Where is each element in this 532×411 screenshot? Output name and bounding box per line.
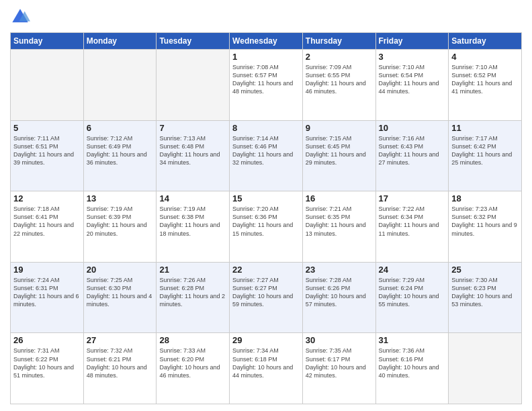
day-number: 7 bbox=[159, 123, 226, 133]
day-number: 14 bbox=[159, 193, 226, 203]
day-info: Sunrise: 7:29 AM Sunset: 6:24 PM Dayligh… bbox=[379, 276, 446, 309]
calendar-day: 17Sunrise: 7:22 AM Sunset: 6:34 PM Dayli… bbox=[375, 191, 449, 263]
day-number: 4 bbox=[451, 52, 519, 62]
day-info: Sunrise: 7:32 AM Sunset: 6:21 PM Dayligh… bbox=[87, 347, 154, 379]
day-number: 13 bbox=[87, 193, 154, 203]
day-info: Sunrise: 7:13 AM Sunset: 6:48 PM Dayligh… bbox=[159, 134, 226, 167]
calendar-day: 10Sunrise: 7:16 AM Sunset: 6:43 PM Dayli… bbox=[375, 120, 449, 191]
day-number: 18 bbox=[451, 193, 519, 203]
day-number: 28 bbox=[159, 335, 226, 345]
calendar-day: 15Sunrise: 7:20 AM Sunset: 6:36 PM Dayli… bbox=[230, 191, 303, 263]
weekday-header-tuesday: Tuesday bbox=[157, 33, 230, 50]
calendar-week-row: 19Sunrise: 7:24 AM Sunset: 6:31 PM Dayli… bbox=[11, 262, 522, 333]
day-info: Sunrise: 7:19 AM Sunset: 6:38 PM Dayligh… bbox=[159, 205, 226, 238]
day-number: 16 bbox=[306, 193, 373, 203]
calendar-day: 13Sunrise: 7:19 AM Sunset: 6:39 PM Dayli… bbox=[83, 191, 157, 263]
logo-icon bbox=[10, 7, 30, 27]
calendar-day: 27Sunrise: 7:32 AM Sunset: 6:21 PM Dayli… bbox=[83, 333, 157, 404]
calendar-day: 6Sunrise: 7:12 AM Sunset: 6:49 PM Daylig… bbox=[83, 120, 157, 191]
day-number: 20 bbox=[87, 265, 154, 275]
day-info: Sunrise: 7:21 AM Sunset: 6:35 PM Dayligh… bbox=[306, 205, 373, 238]
day-info: Sunrise: 7:18 AM Sunset: 6:41 PM Dayligh… bbox=[13, 205, 81, 238]
day-info: Sunrise: 7:30 AM Sunset: 6:23 PM Dayligh… bbox=[451, 276, 519, 309]
calendar-header: SundayMondayTuesdayWednesdayThursdayFrid… bbox=[11, 33, 522, 50]
calendar-week-row: 1Sunrise: 7:08 AM Sunset: 6:57 PM Daylig… bbox=[11, 50, 522, 121]
calendar-day: 25Sunrise: 7:30 AM Sunset: 6:23 PM Dayli… bbox=[449, 262, 522, 333]
day-number: 5 bbox=[13, 123, 81, 133]
calendar-day: 24Sunrise: 7:29 AM Sunset: 6:24 PM Dayli… bbox=[375, 262, 449, 333]
day-number: 6 bbox=[87, 123, 154, 133]
day-info: Sunrise: 7:22 AM Sunset: 6:34 PM Dayligh… bbox=[379, 205, 446, 238]
weekday-header-thursday: Thursday bbox=[302, 33, 375, 50]
day-number: 23 bbox=[306, 265, 373, 275]
day-info: Sunrise: 7:27 AM Sunset: 6:27 PM Dayligh… bbox=[232, 276, 300, 309]
calendar-day bbox=[157, 50, 230, 121]
day-info: Sunrise: 7:25 AM Sunset: 6:30 PM Dayligh… bbox=[87, 276, 154, 309]
calendar-day: 26Sunrise: 7:31 AM Sunset: 6:22 PM Dayli… bbox=[11, 333, 84, 404]
weekday-header-wednesday: Wednesday bbox=[230, 33, 303, 50]
day-number: 21 bbox=[159, 265, 226, 275]
day-number: 22 bbox=[232, 265, 300, 275]
page-header bbox=[10, 7, 522, 27]
calendar-day bbox=[449, 333, 522, 404]
calendar-day: 19Sunrise: 7:24 AM Sunset: 6:31 PM Dayli… bbox=[11, 262, 84, 333]
calendar-week-row: 26Sunrise: 7:31 AM Sunset: 6:22 PM Dayli… bbox=[11, 333, 522, 404]
calendar-day: 9Sunrise: 7:15 AM Sunset: 6:45 PM Daylig… bbox=[302, 120, 375, 191]
calendar-day: 22Sunrise: 7:27 AM Sunset: 6:27 PM Dayli… bbox=[230, 262, 303, 333]
day-info: Sunrise: 7:10 AM Sunset: 6:52 PM Dayligh… bbox=[451, 63, 519, 96]
day-info: Sunrise: 7:14 AM Sunset: 6:46 PM Dayligh… bbox=[232, 134, 300, 167]
day-number: 10 bbox=[379, 123, 446, 133]
day-number: 17 bbox=[379, 193, 446, 203]
day-info: Sunrise: 7:17 AM Sunset: 6:42 PM Dayligh… bbox=[451, 134, 519, 167]
day-number: 8 bbox=[232, 123, 300, 133]
weekday-header-sunday: Sunday bbox=[11, 33, 84, 50]
day-info: Sunrise: 7:24 AM Sunset: 6:31 PM Dayligh… bbox=[13, 276, 81, 309]
calendar-day: 30Sunrise: 7:35 AM Sunset: 6:17 PM Dayli… bbox=[302, 333, 375, 404]
day-info: Sunrise: 7:08 AM Sunset: 6:57 PM Dayligh… bbox=[232, 63, 300, 96]
day-number: 26 bbox=[13, 335, 81, 345]
day-number: 3 bbox=[379, 52, 446, 62]
calendar-page: SundayMondayTuesdayWednesdayThursdayFrid… bbox=[0, 0, 532, 411]
day-info: Sunrise: 7:35 AM Sunset: 6:17 PM Dayligh… bbox=[306, 347, 373, 379]
day-number: 1 bbox=[232, 52, 300, 62]
calendar-day: 3Sunrise: 7:10 AM Sunset: 6:54 PM Daylig… bbox=[375, 50, 449, 121]
calendar-day: 2Sunrise: 7:09 AM Sunset: 6:55 PM Daylig… bbox=[302, 50, 375, 121]
day-number: 30 bbox=[306, 335, 373, 345]
calendar-week-row: 5Sunrise: 7:11 AM Sunset: 6:51 PM Daylig… bbox=[11, 120, 522, 191]
day-info: Sunrise: 7:09 AM Sunset: 6:55 PM Dayligh… bbox=[306, 63, 373, 96]
calendar-day: 31Sunrise: 7:36 AM Sunset: 6:16 PM Dayli… bbox=[375, 333, 449, 404]
day-info: Sunrise: 7:20 AM Sunset: 6:36 PM Dayligh… bbox=[232, 205, 300, 238]
day-number: 12 bbox=[13, 193, 81, 203]
calendar-week-row: 12Sunrise: 7:18 AM Sunset: 6:41 PM Dayli… bbox=[11, 191, 522, 263]
calendar-day: 16Sunrise: 7:21 AM Sunset: 6:35 PM Dayli… bbox=[302, 191, 375, 263]
day-number: 25 bbox=[451, 265, 519, 275]
day-number: 2 bbox=[306, 52, 373, 62]
day-info: Sunrise: 7:34 AM Sunset: 6:18 PM Dayligh… bbox=[232, 347, 300, 379]
day-number: 24 bbox=[379, 265, 446, 275]
weekday-header-friday: Friday bbox=[375, 33, 449, 50]
weekday-header-saturday: Saturday bbox=[449, 33, 522, 50]
day-info: Sunrise: 7:19 AM Sunset: 6:39 PM Dayligh… bbox=[87, 205, 154, 238]
calendar-day: 7Sunrise: 7:13 AM Sunset: 6:48 PM Daylig… bbox=[157, 120, 230, 191]
calendar-day: 1Sunrise: 7:08 AM Sunset: 6:57 PM Daylig… bbox=[230, 50, 303, 121]
day-number: 31 bbox=[379, 335, 446, 345]
calendar-day: 4Sunrise: 7:10 AM Sunset: 6:52 PM Daylig… bbox=[449, 50, 522, 121]
day-info: Sunrise: 7:11 AM Sunset: 6:51 PM Dayligh… bbox=[13, 134, 81, 167]
calendar-day: 11Sunrise: 7:17 AM Sunset: 6:42 PM Dayli… bbox=[449, 120, 522, 191]
day-number: 19 bbox=[13, 265, 81, 275]
calendar-day: 21Sunrise: 7:26 AM Sunset: 6:28 PM Dayli… bbox=[157, 262, 230, 333]
calendar-day: 23Sunrise: 7:28 AM Sunset: 6:26 PM Dayli… bbox=[302, 262, 375, 333]
calendar-day: 14Sunrise: 7:19 AM Sunset: 6:38 PM Dayli… bbox=[157, 191, 230, 263]
day-info: Sunrise: 7:10 AM Sunset: 6:54 PM Dayligh… bbox=[379, 63, 446, 96]
day-number: 15 bbox=[232, 193, 300, 203]
day-number: 27 bbox=[87, 335, 154, 345]
calendar-day bbox=[11, 50, 84, 121]
day-number: 29 bbox=[232, 335, 300, 345]
day-number: 9 bbox=[306, 123, 373, 133]
logo bbox=[10, 7, 33, 27]
calendar-day: 8Sunrise: 7:14 AM Sunset: 6:46 PM Daylig… bbox=[230, 120, 303, 191]
weekday-header-row: SundayMondayTuesdayWednesdayThursdayFrid… bbox=[11, 33, 522, 50]
calendar-day: 12Sunrise: 7:18 AM Sunset: 6:41 PM Dayli… bbox=[11, 191, 84, 263]
day-info: Sunrise: 7:15 AM Sunset: 6:45 PM Dayligh… bbox=[306, 134, 373, 167]
calendar-day: 28Sunrise: 7:33 AM Sunset: 6:20 PM Dayli… bbox=[157, 333, 230, 404]
